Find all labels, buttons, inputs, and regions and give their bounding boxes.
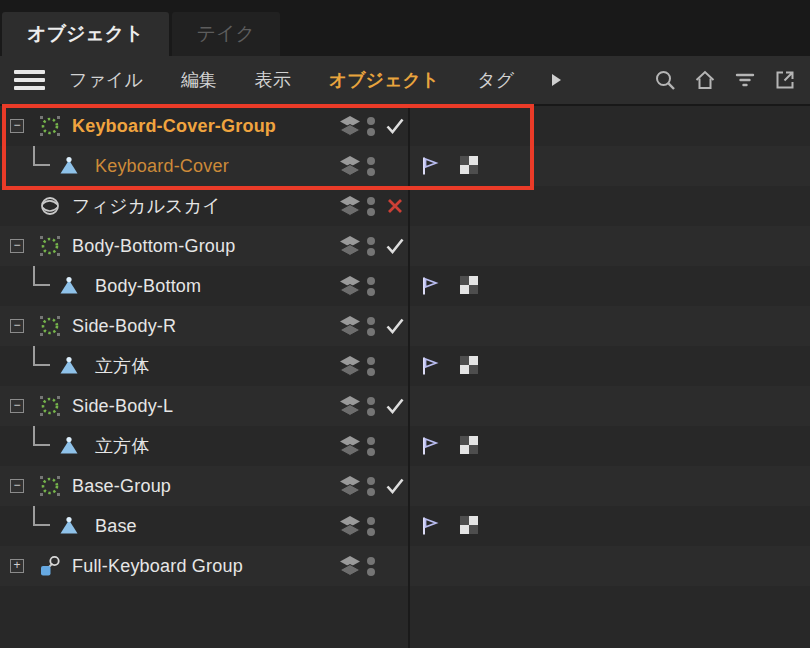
menu-item-tags[interactable]: タグ: [477, 68, 514, 92]
object-row[interactable]: Body-Bottom: [0, 266, 810, 306]
tag-list: [417, 354, 480, 378]
group-object-icon[interactable]: [38, 474, 62, 498]
enabled-check-icon[interactable]: [383, 114, 407, 138]
enabled-check-icon[interactable]: [383, 394, 407, 418]
object-row[interactable]: −Side-Body-R: [0, 306, 810, 346]
visibility-dots-icon[interactable]: [366, 154, 376, 178]
texture-tag-icon[interactable]: [458, 154, 480, 178]
object-row[interactable]: −Keyboard-Cover-Group: [0, 106, 810, 146]
layer-icon[interactable]: [338, 355, 362, 377]
visibility-dots-icon[interactable]: [366, 474, 376, 498]
layer-icon[interactable]: [338, 475, 362, 497]
collapse-toggle-icon[interactable]: −: [10, 479, 24, 493]
object-row[interactable]: 立方体: [0, 426, 810, 466]
mesh-object-icon[interactable]: [57, 274, 81, 298]
object-row[interactable]: 立方体: [0, 346, 810, 386]
object-label[interactable]: Base-Group: [72, 476, 171, 497]
search-icon[interactable]: [653, 68, 677, 92]
flag-tag-icon[interactable]: [417, 434, 441, 458]
layer-icon[interactable]: [338, 515, 362, 537]
visibility-dots-icon[interactable]: [366, 314, 376, 338]
flag-tag-icon[interactable]: [417, 354, 441, 378]
mesh-object-icon[interactable]: [57, 514, 81, 538]
menu-overflow-arrow-icon[interactable]: [552, 74, 561, 86]
visibility-dots-icon[interactable]: [366, 274, 376, 298]
disabled-x-icon[interactable]: [383, 194, 407, 218]
enabled-check-icon[interactable]: [383, 314, 407, 338]
menu-bar-icons: [653, 68, 797, 92]
object-label[interactable]: 立方体: [95, 354, 150, 378]
texture-tag-icon[interactable]: [458, 354, 480, 378]
layer-icon[interactable]: [338, 155, 362, 177]
layer-icon[interactable]: [338, 435, 362, 457]
layer-icon[interactable]: [338, 195, 362, 217]
menu-item-objects[interactable]: オブジェクト: [329, 68, 440, 92]
tab-objects-label: オブジェクト: [27, 21, 144, 47]
tab-objects[interactable]: オブジェクト: [2, 12, 169, 56]
tag-list: [417, 154, 480, 178]
object-row[interactable]: +Full-Keyboard Group: [0, 546, 810, 586]
object-label[interactable]: Side-Body-R: [72, 316, 176, 337]
visibility-dots-icon[interactable]: [366, 554, 376, 578]
object-label[interactable]: Body-Bottom: [95, 276, 201, 297]
tab-take[interactable]: テイク: [172, 12, 280, 56]
flag-tag-icon[interactable]: [417, 154, 441, 178]
object-label[interactable]: Body-Bottom-Group: [72, 236, 235, 257]
texture-tag-icon[interactable]: [458, 274, 480, 298]
texture-tag-icon[interactable]: [458, 434, 480, 458]
object-row[interactable]: −Base-Group: [0, 466, 810, 506]
layer-icon[interactable]: [338, 275, 362, 297]
home-icon[interactable]: [693, 68, 717, 92]
object-label[interactable]: フィジカルスカイ: [72, 194, 221, 218]
group-object-icon[interactable]: [38, 234, 62, 258]
object-label[interactable]: 立方体: [95, 434, 150, 458]
visibility-dots-icon[interactable]: [366, 394, 376, 418]
mesh-object-icon[interactable]: [57, 154, 81, 178]
layer-icon[interactable]: [338, 395, 362, 417]
object-label[interactable]: Full-Keyboard Group: [72, 556, 243, 577]
collapse-toggle-icon[interactable]: −: [10, 399, 24, 413]
layer-icon[interactable]: [338, 235, 362, 257]
object-row[interactable]: フィジカルスカイ: [0, 186, 810, 226]
layer-icon[interactable]: [338, 555, 362, 577]
instance-object-icon[interactable]: [38, 554, 62, 578]
collapse-toggle-icon[interactable]: −: [10, 319, 24, 333]
object-row[interactable]: −Side-Body-L: [0, 386, 810, 426]
object-label[interactable]: Side-Body-L: [72, 396, 173, 417]
visibility-dots-icon[interactable]: [366, 194, 376, 218]
menu-item-file[interactable]: ファイル: [69, 68, 143, 92]
object-label[interactable]: Keyboard-Cover-Group: [72, 116, 276, 137]
layer-icon[interactable]: [338, 115, 362, 137]
object-row[interactable]: Base: [0, 506, 810, 546]
filter-icon[interactable]: [733, 68, 757, 92]
popout-icon[interactable]: [773, 68, 797, 92]
visibility-dots-icon[interactable]: [366, 114, 376, 138]
visibility-dots-icon[interactable]: [366, 514, 376, 538]
menu-item-edit[interactable]: 編集: [181, 68, 217, 92]
group-object-icon[interactable]: [38, 314, 62, 338]
collapse-toggle-icon[interactable]: −: [10, 239, 24, 253]
flag-tag-icon[interactable]: [417, 274, 441, 298]
object-label[interactable]: Base: [95, 516, 137, 537]
menu-item-view[interactable]: 表示: [255, 68, 291, 92]
collapse-toggle-icon[interactable]: −: [10, 119, 24, 133]
texture-tag-icon[interactable]: [458, 514, 480, 538]
visibility-dots-icon[interactable]: [366, 234, 376, 258]
group-object-icon[interactable]: [38, 114, 62, 138]
sky-object-icon[interactable]: [38, 194, 62, 218]
tree-branch-line: [33, 506, 50, 526]
visibility-dots-icon[interactable]: [366, 354, 376, 378]
group-object-icon[interactable]: [38, 394, 62, 418]
visibility-dots-icon[interactable]: [366, 434, 376, 458]
expand-toggle-icon[interactable]: +: [10, 559, 24, 573]
enabled-check-icon[interactable]: [383, 234, 407, 258]
hamburger-menu-icon[interactable]: [13, 67, 47, 93]
object-row[interactable]: Keyboard-Cover: [0, 146, 810, 186]
object-label[interactable]: Keyboard-Cover: [95, 156, 229, 177]
enabled-check-icon[interactable]: [383, 474, 407, 498]
mesh-object-icon[interactable]: [57, 434, 81, 458]
flag-tag-icon[interactable]: [417, 514, 441, 538]
mesh-object-icon[interactable]: [57, 354, 81, 378]
layer-icon[interactable]: [338, 315, 362, 337]
object-row[interactable]: −Body-Bottom-Group: [0, 226, 810, 266]
